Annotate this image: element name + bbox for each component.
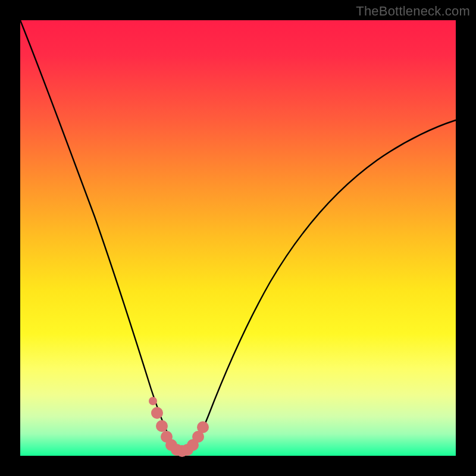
svg-point-10 xyxy=(197,421,209,433)
chart-frame: TheBottleneck.com xyxy=(0,0,476,476)
svg-point-0 xyxy=(149,397,157,405)
plot-area xyxy=(20,20,456,456)
svg-point-1 xyxy=(151,407,163,419)
watermark-text: TheBottleneck.com xyxy=(356,4,470,19)
svg-point-2 xyxy=(156,420,168,432)
highlight-markers xyxy=(149,397,209,457)
bottleneck-curve xyxy=(20,20,456,455)
curve-svg xyxy=(20,20,456,456)
